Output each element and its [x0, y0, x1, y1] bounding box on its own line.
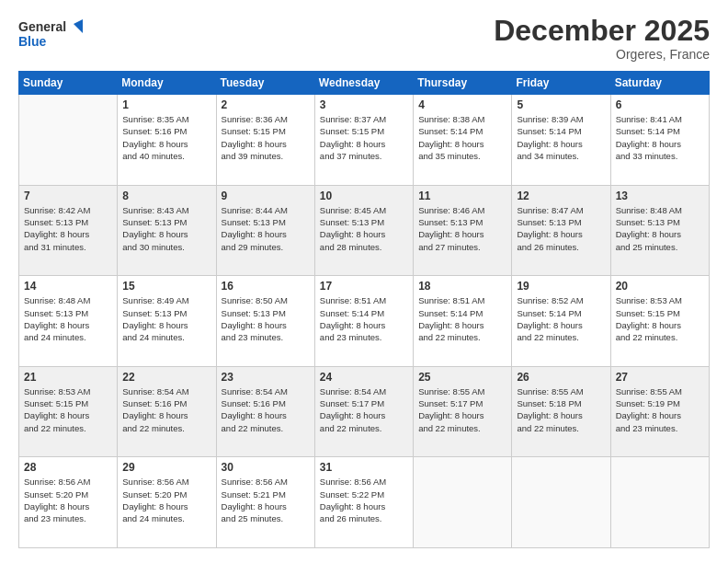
day-number: 6	[616, 98, 704, 111]
day-number: 22	[122, 371, 210, 384]
day-number: 24	[320, 371, 408, 384]
day-number: 14	[24, 280, 112, 293]
day-number: 4	[418, 98, 506, 111]
day-number: 3	[320, 98, 408, 111]
day-number: 29	[122, 461, 210, 474]
day-info: Sunrise: 8:54 AMSunset: 5:16 PMDaylight:…	[222, 385, 310, 434]
table-row	[414, 457, 512, 548]
calendar-week-row: 7Sunrise: 8:42 AMSunset: 5:13 PMDaylight…	[19, 185, 710, 276]
table-row: 27Sunrise: 8:55 AMSunset: 5:19 PMDayligh…	[610, 366, 709, 457]
day-number: 7	[24, 190, 112, 202]
day-info: Sunrise: 8:49 AMSunset: 5:13 PMDaylight:…	[122, 294, 210, 343]
day-number: 9	[222, 190, 310, 202]
table-row: 17Sunrise: 8:51 AMSunset: 5:14 PMDayligh…	[314, 276, 413, 367]
day-number: 13	[616, 190, 704, 202]
day-info: Sunrise: 8:51 AMSunset: 5:14 PMDaylight:…	[320, 294, 408, 343]
day-number: 30	[222, 461, 310, 474]
day-info: Sunrise: 8:47 AMSunset: 5:13 PMDaylight:…	[517, 204, 605, 253]
day-info: Sunrise: 8:55 AMSunset: 5:19 PMDaylight:…	[616, 385, 704, 434]
day-info: Sunrise: 8:54 AMSunset: 5:17 PMDaylight:…	[320, 385, 408, 434]
table-row: 22Sunrise: 8:54 AMSunset: 5:16 PMDayligh…	[118, 366, 216, 457]
day-info: Sunrise: 8:55 AMSunset: 5:18 PMDaylight:…	[517, 385, 605, 434]
table-row: 14Sunrise: 8:48 AMSunset: 5:13 PMDayligh…	[19, 276, 118, 367]
calendar-table: Sunday Monday Tuesday Wednesday Thursday…	[18, 71, 710, 548]
col-friday: Friday	[512, 72, 610, 95]
day-number: 1	[122, 98, 210, 111]
table-row: 11Sunrise: 8:46 AMSunset: 5:13 PMDayligh…	[414, 185, 512, 276]
logo-icon: General Blue	[18, 15, 83, 52]
table-row: 30Sunrise: 8:56 AMSunset: 5:21 PMDayligh…	[216, 457, 314, 548]
calendar-week-row: 14Sunrise: 8:48 AMSunset: 5:13 PMDayligh…	[19, 276, 710, 367]
calendar-header-row: Sunday Monday Tuesday Wednesday Thursday…	[19, 72, 710, 95]
table-row: 16Sunrise: 8:50 AMSunset: 5:13 PMDayligh…	[216, 276, 314, 367]
day-info: Sunrise: 8:53 AMSunset: 5:15 PMDaylight:…	[24, 385, 112, 434]
svg-marker-2	[74, 19, 83, 33]
svg-text:General: General	[18, 19, 66, 34]
col-thursday: Thursday	[414, 72, 512, 95]
day-info: Sunrise: 8:56 AMSunset: 5:22 PMDaylight:…	[320, 476, 408, 524]
day-info: Sunrise: 8:55 AMSunset: 5:17 PMDaylight:…	[418, 385, 506, 434]
table-row: 5Sunrise: 8:39 AMSunset: 5:14 PMDaylight…	[512, 95, 610, 186]
calendar-week-row: 1Sunrise: 8:35 AMSunset: 5:16 PMDaylight…	[19, 95, 710, 186]
day-info: Sunrise: 8:42 AMSunset: 5:13 PMDaylight:…	[24, 204, 112, 253]
col-saturday: Saturday	[610, 72, 709, 95]
table-row: 2Sunrise: 8:36 AMSunset: 5:15 PMDaylight…	[216, 95, 314, 186]
day-number: 28	[24, 461, 112, 474]
day-info: Sunrise: 8:52 AMSunset: 5:14 PMDaylight:…	[517, 294, 605, 343]
day-number: 12	[517, 190, 605, 202]
table-row: 6Sunrise: 8:41 AMSunset: 5:14 PMDaylight…	[610, 95, 709, 186]
table-row	[512, 457, 610, 548]
calendar-week-row: 21Sunrise: 8:53 AMSunset: 5:15 PMDayligh…	[19, 366, 710, 457]
day-number: 18	[418, 280, 506, 293]
table-row: 26Sunrise: 8:55 AMSunset: 5:18 PMDayligh…	[512, 366, 610, 457]
table-row	[19, 95, 118, 186]
table-row: 10Sunrise: 8:45 AMSunset: 5:13 PMDayligh…	[314, 185, 413, 276]
table-row: 8Sunrise: 8:43 AMSunset: 5:13 PMDaylight…	[118, 185, 216, 276]
day-number: 8	[122, 190, 210, 202]
day-number: 19	[517, 280, 605, 293]
day-number: 2	[222, 98, 310, 111]
day-number: 10	[320, 190, 408, 202]
day-info: Sunrise: 8:56 AMSunset: 5:20 PMDaylight:…	[24, 476, 112, 524]
table-row: 15Sunrise: 8:49 AMSunset: 5:13 PMDayligh…	[118, 276, 216, 367]
col-monday: Monday	[118, 72, 216, 95]
table-row: 20Sunrise: 8:53 AMSunset: 5:15 PMDayligh…	[610, 276, 709, 367]
table-row: 24Sunrise: 8:54 AMSunset: 5:17 PMDayligh…	[314, 366, 413, 457]
day-info: Sunrise: 8:38 AMSunset: 5:14 PMDaylight:…	[418, 113, 506, 162]
table-row: 31Sunrise: 8:56 AMSunset: 5:22 PMDayligh…	[314, 457, 413, 548]
day-number: 15	[122, 280, 210, 293]
month-title: December 2025	[494, 15, 710, 47]
day-info: Sunrise: 8:56 AMSunset: 5:20 PMDaylight:…	[122, 476, 210, 524]
day-info: Sunrise: 8:56 AMSunset: 5:21 PMDaylight:…	[222, 476, 310, 524]
table-row: 9Sunrise: 8:44 AMSunset: 5:13 PMDaylight…	[216, 185, 314, 276]
day-number: 17	[320, 280, 408, 293]
table-row: 4Sunrise: 8:38 AMSunset: 5:14 PMDaylight…	[414, 95, 512, 186]
day-info: Sunrise: 8:53 AMSunset: 5:15 PMDaylight:…	[616, 294, 704, 343]
table-row: 19Sunrise: 8:52 AMSunset: 5:14 PMDayligh…	[512, 276, 610, 367]
day-info: Sunrise: 8:36 AMSunset: 5:15 PMDaylight:…	[222, 113, 310, 162]
day-info: Sunrise: 8:35 AMSunset: 5:16 PMDaylight:…	[122, 113, 210, 162]
col-wednesday: Wednesday	[314, 72, 413, 95]
table-row: 3Sunrise: 8:37 AMSunset: 5:15 PMDaylight…	[314, 95, 413, 186]
table-row: 23Sunrise: 8:54 AMSunset: 5:16 PMDayligh…	[216, 366, 314, 457]
day-number: 16	[222, 280, 310, 293]
day-info: Sunrise: 8:54 AMSunset: 5:16 PMDaylight:…	[122, 385, 210, 434]
day-number: 23	[222, 371, 310, 384]
day-number: 20	[616, 280, 704, 293]
table-row: 28Sunrise: 8:56 AMSunset: 5:20 PMDayligh…	[19, 457, 118, 548]
day-number: 5	[517, 98, 605, 111]
day-number: 25	[418, 371, 506, 384]
calendar-week-row: 28Sunrise: 8:56 AMSunset: 5:20 PMDayligh…	[19, 457, 710, 548]
table-row	[610, 457, 709, 548]
day-info: Sunrise: 8:39 AMSunset: 5:14 PMDaylight:…	[517, 113, 605, 162]
day-info: Sunrise: 8:44 AMSunset: 5:13 PMDaylight:…	[222, 204, 310, 253]
table-row: 25Sunrise: 8:55 AMSunset: 5:17 PMDayligh…	[414, 366, 512, 457]
table-row: 18Sunrise: 8:51 AMSunset: 5:14 PMDayligh…	[414, 276, 512, 367]
table-row: 12Sunrise: 8:47 AMSunset: 5:13 PMDayligh…	[512, 185, 610, 276]
day-info: Sunrise: 8:46 AMSunset: 5:13 PMDaylight:…	[418, 204, 506, 253]
table-row: 29Sunrise: 8:56 AMSunset: 5:20 PMDayligh…	[118, 457, 216, 548]
location: Orgeres, France	[494, 47, 710, 62]
title-section: December 2025 Orgeres, France	[494, 15, 710, 62]
day-number: 11	[418, 190, 506, 202]
day-info: Sunrise: 8:43 AMSunset: 5:13 PMDaylight:…	[122, 204, 210, 253]
